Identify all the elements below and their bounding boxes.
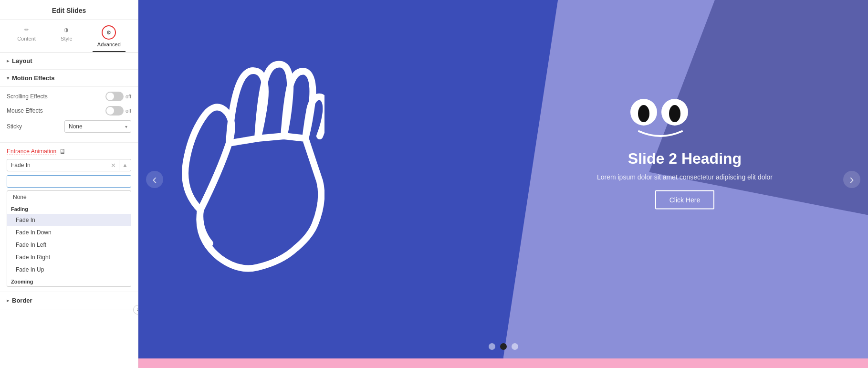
layout-section-header[interactable]: ▸ Layout [0, 53, 138, 70]
panel-title: Edit Slides [0, 0, 138, 20]
anim-dropdown-list: None Fading Fade In Fade In Down Fade In… [7, 190, 131, 287]
slider-dot-3[interactable] [512, 343, 518, 350]
entrance-label-row: Entrance Animation 🖥 [7, 147, 131, 155]
motion-effects-content: Scrolling Effects off Mouse Effects off … [0, 87, 138, 143]
slide-heading: Slide 2 Heading [597, 149, 773, 167]
slider-dots [489, 343, 518, 350]
monitor-icon: 🖥 [59, 147, 66, 155]
mouse-effects-value: off [125, 108, 131, 114]
tab-advanced-label: Advanced [97, 42, 121, 47]
scrolling-effects-row: Scrolling Effects off [7, 92, 131, 101]
entrance-animation-section: Entrance Animation 🖥 Fade In ✕ ▲ None Fa… [0, 143, 138, 292]
border-arrow-icon: ▸ [7, 298, 9, 303]
mouse-effects-toggle[interactable]: off [105, 106, 131, 116]
pencil-icon: ✏ [22, 25, 31, 34]
slider-next-button[interactable]: › [843, 171, 860, 188]
anim-option-fade-in-down[interactable]: Fade In Down [7, 226, 131, 239]
anim-group-fading: Fading [7, 203, 131, 214]
anim-group-zooming: Zooming [7, 276, 131, 286]
cartoon-eyes [629, 95, 691, 138]
border-label: Border [12, 297, 32, 304]
scrolling-effects-switch[interactable] [105, 92, 124, 101]
svg-point-3 [669, 105, 680, 122]
sticky-select-wrap: None Top Bottom ▾ [64, 120, 131, 133]
sticky-row: Sticky None Top Bottom ▾ [7, 120, 131, 133]
entrance-animation-label[interactable]: Entrance Animation [7, 148, 56, 155]
border-section-header[interactable]: ▸ Border [0, 292, 138, 309]
motion-effects-header[interactable]: ▾ Motion Effects [0, 70, 138, 87]
anim-option-fade-in-up[interactable]: Fade In Up [7, 263, 131, 276]
slider-dot-1[interactable] [489, 343, 495, 350]
hand-illustration [162, 10, 324, 286]
circle-half-icon: ◑ [62, 25, 71, 34]
anim-search-input[interactable] [7, 176, 131, 187]
scrolling-effects-toggle[interactable]: off [105, 92, 131, 101]
motion-effects-arrow-icon: ▾ [7, 75, 9, 81]
tab-content-label: Content [17, 36, 36, 42]
anim-option-fade-in-right[interactable]: Fade In Right [7, 251, 131, 263]
scrolling-effects-label: Scrolling Effects [7, 93, 48, 100]
layout-label: Layout [12, 57, 32, 64]
sticky-label: Sticky [7, 123, 22, 130]
bottom-pink-bar [138, 358, 868, 368]
mouse-effects-label: Mouse Effects [7, 107, 43, 114]
anim-selected-value: Fade In [7, 159, 108, 171]
anim-option-none[interactable]: None [7, 191, 131, 203]
scrolling-effects-value: off [125, 94, 131, 99]
slider-prev-button[interactable]: ‹ [146, 171, 163, 188]
anim-select-bar: Fade In ✕ ▲ [7, 159, 131, 171]
layout-arrow-icon: ▸ [7, 58, 9, 63]
motion-effects-label: Motion Effects [12, 74, 55, 82]
tab-bar: ✏ Content ◑ Style ⚙ Advanced [0, 20, 138, 53]
anim-search-wrap [7, 175, 131, 188]
tab-advanced[interactable]: ⚙ Advanced [93, 23, 125, 52]
tab-style-label: Style [61, 36, 72, 42]
sticky-select[interactable]: None Top Bottom [64, 120, 131, 133]
slide-cta-button[interactable]: Click Here [655, 190, 715, 209]
gear-icon: ⚙ [105, 28, 113, 37]
anim-option-fade-in[interactable]: Fade In [7, 214, 131, 226]
panel-collapse-button[interactable]: › [133, 305, 138, 315]
preview-area: Slide 2 Heading Lorem ipsum dolor sit am… [138, 0, 868, 368]
slider-dot-2[interactable] [500, 343, 507, 350]
slide-content: Slide 2 Heading Lorem ipsum dolor sit am… [597, 149, 773, 209]
slider-container: Slide 2 Heading Lorem ipsum dolor sit am… [138, 0, 868, 358]
anim-dropdown-toggle-button[interactable]: ▲ [119, 160, 131, 170]
tab-content[interactable]: ✏ Content [12, 23, 41, 52]
svg-point-2 [638, 105, 649, 122]
mouse-effects-switch[interactable] [105, 106, 124, 116]
slide-subtext: Lorem ipsum dolor sit amet consectetur a… [597, 173, 773, 180]
left-panel: Edit Slides ✏ Content ◑ Style ⚙ Advanced… [0, 0, 138, 368]
tab-style[interactable]: ◑ Style [56, 23, 77, 52]
mouse-effects-row: Mouse Effects off [7, 106, 131, 116]
anim-clear-button[interactable]: ✕ [108, 160, 119, 171]
anim-option-fade-in-left[interactable]: Fade In Left [7, 239, 131, 251]
